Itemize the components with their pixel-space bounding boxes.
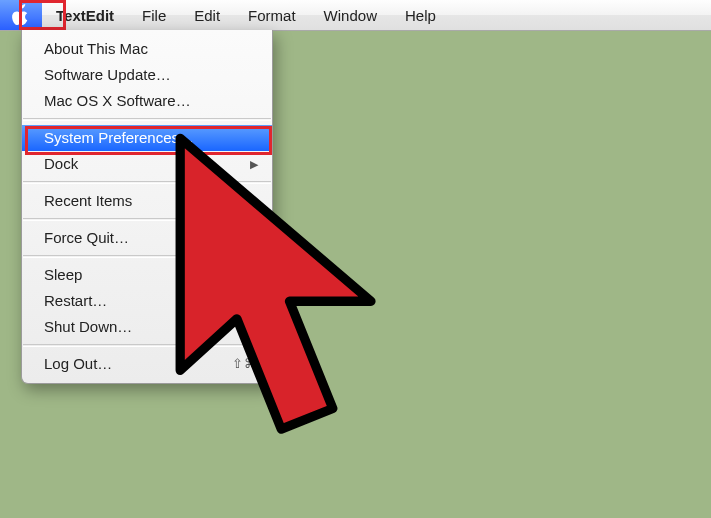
menu-separator xyxy=(23,344,271,347)
menu-item-label: Log Out… xyxy=(44,351,112,377)
menu-app-name[interactable]: TextEdit xyxy=(42,0,128,30)
submenu-arrow-icon: ▶ xyxy=(250,151,258,177)
menu-separator xyxy=(23,218,271,221)
menu-macosx-software[interactable]: Mac OS X Software… xyxy=(22,88,272,114)
menu-item-label: Shut Down… xyxy=(44,314,132,340)
desktop: TextEdit File Edit Format Window Help Ab… xyxy=(0,0,711,518)
menu-software-update[interactable]: Software Update… xyxy=(22,62,272,88)
menu-restart[interactable]: Restart… xyxy=(22,288,272,314)
apple-icon xyxy=(11,4,31,26)
menu-shut-down[interactable]: Shut Down… xyxy=(22,314,272,340)
menu-item-label: Dock xyxy=(44,151,78,177)
menu-item-label: About This Mac xyxy=(44,36,148,62)
menu-dock[interactable]: Dock▶ xyxy=(22,151,272,177)
menu-item-label: Sleep xyxy=(44,262,82,288)
apple-menu-dropdown: About This Mac Software Update… Mac OS X… xyxy=(21,30,273,384)
submenu-arrow-icon: ▶ xyxy=(250,188,258,214)
menu-item-label: System Preferences… xyxy=(44,125,194,151)
menu-separator xyxy=(23,255,271,258)
menu-item-label: Restart… xyxy=(44,288,107,314)
menu-item-label: Recent Items xyxy=(44,188,132,214)
apple-menu-button[interactable] xyxy=(0,0,42,30)
menu-format[interactable]: Format xyxy=(234,0,310,30)
menu-separator xyxy=(23,181,271,184)
menu-force-quit[interactable]: Force Quit… xyxy=(22,225,272,251)
menu-help[interactable]: Help xyxy=(391,0,450,30)
menu-edit[interactable]: Edit xyxy=(180,0,234,30)
menu-item-label: Mac OS X Software… xyxy=(44,88,191,114)
menu-file[interactable]: File xyxy=(128,0,180,30)
menu-recent-items[interactable]: Recent Items▶ xyxy=(22,188,272,214)
menu-system-preferences[interactable]: System Preferences… xyxy=(22,125,272,151)
menu-separator xyxy=(23,118,271,121)
menu-shortcut: ⇧⌘ xyxy=(232,351,258,377)
menu-window[interactable]: Window xyxy=(310,0,391,30)
menu-item-label: Force Quit… xyxy=(44,225,129,251)
menu-bar: TextEdit File Edit Format Window Help xyxy=(0,0,711,31)
menu-log-out[interactable]: Log Out…⇧⌘ xyxy=(22,351,272,377)
menu-item-label: Software Update… xyxy=(44,62,171,88)
menu-about-this-mac[interactable]: About This Mac xyxy=(22,36,272,62)
menu-sleep[interactable]: Sleep xyxy=(22,262,272,288)
